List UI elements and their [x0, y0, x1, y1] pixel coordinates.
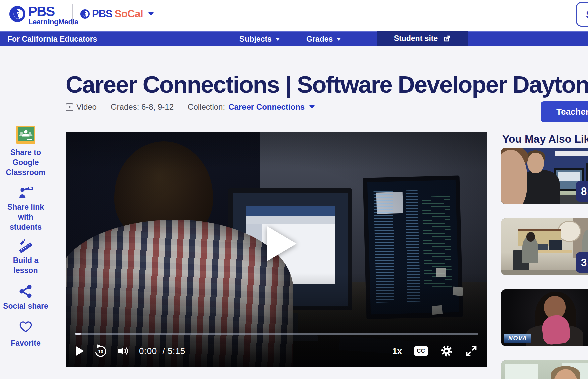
svg-text:10: 10 [98, 349, 103, 354]
build-a-lesson-label[interactable]: Build a lesson [2, 255, 49, 275]
pbs-learningmedia-page: { "header": { "logo": { "brand": "PBS", … [0, 0, 588, 379]
share-nodes-icon [18, 284, 33, 299]
big-play-button[interactable] [267, 226, 296, 261]
volume-button[interactable] [117, 345, 130, 357]
player-controls-right: 1x CC [392, 343, 477, 359]
settings-gear-button[interactable] [440, 345, 453, 357]
chevron-down-icon [275, 38, 280, 41]
pbs-logo-text: PBS [28, 5, 78, 18]
recommended-video-thumbnail-1[interactable]: 8:1 [501, 148, 588, 204]
you-may-also-like-heading: You May Also Like [502, 133, 588, 145]
current-time: 0:00 [139, 346, 157, 356]
seek-bar-progress [75, 333, 81, 335]
collection-dropdown[interactable]: Collection: Career Connections [188, 102, 315, 112]
seek-bar[interactable] [75, 333, 478, 335]
ruler-pencil-icon [18, 239, 33, 254]
external-link-icon [442, 34, 451, 43]
region-label: For California Educators [7, 35, 97, 44]
pbs-learningmedia-logo[interactable]: PBS LearningMedia [9, 5, 78, 26]
video-type-icon [66, 103, 73, 111]
duration-badge: 3:1 [576, 252, 588, 273]
nav-item-grades[interactable]: Grades [306, 35, 341, 44]
fullscreen-button[interactable] [465, 345, 477, 357]
recommended-video-thumbnail-4[interactable] [501, 360, 588, 379]
duration-badge: 8:1 [576, 181, 588, 202]
search-box-partial[interactable]: S [576, 2, 588, 27]
collection-label: Collection: [188, 102, 225, 112]
recommended-video-thumbnail-3[interactable]: NOVA [501, 289, 588, 346]
rewind-10-button[interactable]: 10 [93, 344, 108, 358]
station-pbs-text: PBS [92, 8, 112, 20]
social-share-label[interactable]: Social share [2, 301, 49, 311]
media-meta-row: Video Grades: 6-8, 9-12 Collection: Care… [66, 102, 315, 112]
google-classroom-icon [16, 126, 35, 144]
nav-item-subjects[interactable]: Subjects [239, 35, 280, 44]
heart-icon [19, 320, 33, 333]
share-to-google-classroom-label[interactable]: Share to Google Classroom [2, 147, 49, 177]
favorite-label[interactable]: Favorite [2, 338, 49, 348]
top-header: PBS LearningMedia PBS SoCal S [0, 0, 588, 31]
share-link-with-students-label[interactable]: Share link with students [2, 202, 49, 232]
chevron-down-icon [148, 12, 154, 16]
pbs-head-icon [9, 6, 25, 22]
grades-text: Grades: 6-8, 9-12 [111, 102, 174, 112]
playback-rate-button[interactable]: 1x [392, 346, 402, 356]
favorite-button[interactable] [2, 320, 49, 334]
collection-name-link[interactable]: Career Connections [228, 102, 305, 112]
recommended-video-thumbnail-2[interactable]: 3:1 [501, 218, 588, 275]
player-controls-left: 10 0:00 / 5:15 [76, 343, 185, 359]
page-title: Career Connections | Software Developer … [66, 71, 588, 98]
media-type: Video [66, 102, 97, 112]
time-display: 0:00 / 5:15 [139, 346, 185, 356]
share-to-google-classroom-button[interactable] [2, 126, 49, 145]
search-partial-glyph: S [586, 9, 588, 21]
station-name-text: SoCal [115, 8, 143, 20]
closed-captions-button[interactable]: CC [414, 346, 428, 356]
play-button[interactable] [76, 346, 84, 356]
nova-logo: NOVA [504, 334, 531, 343]
teacher-button[interactable]: Teacher [541, 101, 588, 122]
main-nav: For California Educators Subjects Grades… [0, 31, 588, 46]
social-share-button[interactable] [2, 284, 49, 300]
video-player[interactable]: 10 0:00 / 5:15 1x CC [66, 132, 487, 367]
duration: / 5:15 [163, 346, 185, 356]
station-selector[interactable]: PBS SoCal [80, 8, 154, 20]
logo-divider [72, 4, 73, 25]
learningmedia-logo-text: LearningMedia [28, 18, 78, 26]
share-link-with-students-button[interactable] [2, 187, 49, 201]
chevron-down-icon [309, 105, 315, 109]
pbs-head-icon-small [80, 9, 90, 19]
share-link-icon [18, 187, 33, 200]
chevron-down-icon [336, 38, 341, 41]
student-site-link[interactable]: Student site [377, 31, 468, 46]
build-a-lesson-button[interactable] [2, 239, 49, 255]
